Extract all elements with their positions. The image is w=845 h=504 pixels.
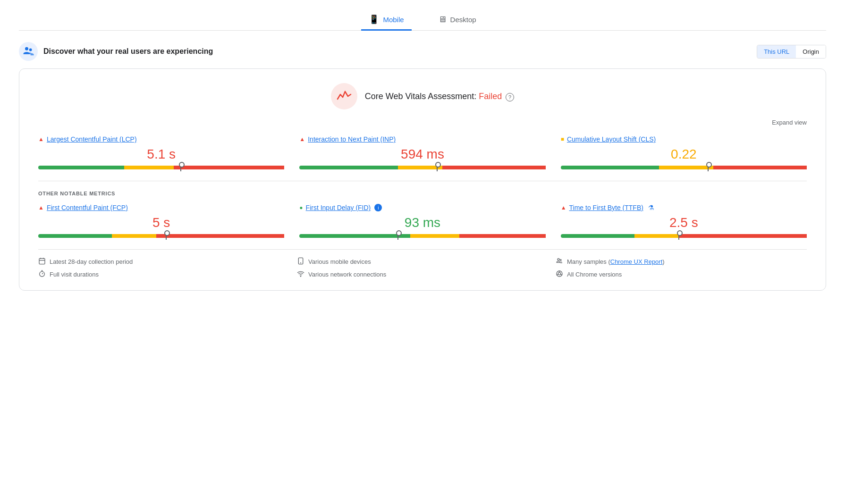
- fcp-status-icon: ▲: [38, 204, 44, 211]
- lcp-name[interactable]: Largest Contentful Paint (LCP): [47, 135, 137, 143]
- tab-desktop-label: Desktop: [450, 16, 476, 24]
- footer-chrome-versions-text: All Chrome versions: [567, 271, 622, 278]
- ttfb-bar-red: [679, 234, 807, 238]
- fid-info-icon[interactable]: i: [374, 204, 382, 211]
- tab-desktop[interactable]: 🖥 Desktop: [431, 9, 484, 31]
- fid-status-icon: ●: [299, 204, 303, 211]
- fcp-name[interactable]: First Contentful Paint (FCP): [47, 204, 128, 211]
- fid-bar-orange: [410, 234, 459, 238]
- other-metrics-label: OTHER NOTABLE METRICS: [38, 191, 807, 196]
- expand-view[interactable]: Expand view: [38, 119, 807, 126]
- footer-samples-text: Many samples (Chrome UX Report): [567, 258, 665, 265]
- svg-point-16: [558, 272, 560, 275]
- fid-name[interactable]: First Input Delay (FID): [306, 204, 371, 211]
- lcp-value: 5.1 s: [38, 147, 284, 162]
- lcp-bar: [38, 166, 284, 169]
- main-card: Core Web Vitals Assessment: Failed ? Exp…: [19, 68, 826, 291]
- fid-label-row: ● First Input Delay (FID) i: [299, 204, 545, 211]
- fid-bar-marker: [397, 232, 398, 240]
- samples-icon: [556, 257, 563, 266]
- ttfb-status-icon: ▲: [561, 204, 566, 211]
- mobile-icon: 📱: [369, 14, 379, 25]
- section-header-left: Discover what your real users are experi…: [19, 42, 213, 61]
- metric-inp: ▲ Interaction to Next Paint (INP) 594 ms: [299, 135, 545, 169]
- cls-label-row: ■ Cumulative Layout Shift (CLS): [561, 135, 807, 143]
- section-divider: [38, 181, 807, 181]
- svg-point-0: [25, 47, 28, 50]
- devices-icon: [297, 257, 304, 266]
- metric-ttfb: ▲ Time to First Byte (TTFB) ⚗ 2.5 s: [561, 204, 807, 238]
- footer-network-connections: Various network connections: [297, 270, 548, 279]
- svg-rect-3: [39, 259, 45, 264]
- fid-bar-red: [459, 234, 545, 238]
- cls-bar-green: [561, 166, 659, 169]
- section-title: Discover what your real users are experi…: [43, 47, 213, 56]
- ttfb-value: 2.5 s: [561, 215, 807, 230]
- tab-mobile[interactable]: 📱 Mobile: [361, 9, 411, 31]
- metric-fid: ● First Input Delay (FID) i 93 ms: [299, 204, 545, 238]
- fcp-bar: [38, 234, 284, 238]
- lcp-bar-green: [38, 166, 124, 169]
- inp-bar-green: [299, 166, 398, 169]
- footer-info: Latest 28-day collection period Full vis…: [38, 249, 807, 279]
- fcp-value: 5 s: [38, 215, 284, 230]
- section-header: Discover what your real users are experi…: [19, 42, 826, 61]
- cls-name[interactable]: Cumulative Layout Shift (CLS): [567, 135, 656, 143]
- lcp-status-icon: ▲: [38, 136, 44, 143]
- svg-point-1: [29, 49, 32, 51]
- fcp-label-row: ▲ First Contentful Paint (FCP): [38, 204, 284, 211]
- footer-visit-durations: Full visit durations: [38, 270, 289, 279]
- this-url-button[interactable]: This URL: [757, 45, 796, 58]
- footer-collection-period-text: Latest 28-day collection period: [50, 258, 133, 265]
- fcp-bar-marker: [166, 232, 167, 240]
- inp-value: 594 ms: [299, 147, 545, 162]
- inp-bar-marker: [437, 164, 438, 171]
- fid-bar: [299, 234, 545, 238]
- svg-point-13: [300, 276, 301, 277]
- ttfb-label-row: ▲ Time to First Byte (TTFB) ⚗: [561, 204, 807, 211]
- chrome-icon: [556, 270, 563, 279]
- lcp-label-row: ▲ Largest Contentful Paint (LCP): [38, 135, 284, 143]
- footer-col-1: Latest 28-day collection period Full vis…: [38, 257, 289, 279]
- cls-bar: [561, 166, 807, 169]
- footer-visit-durations-text: Full visit durations: [50, 271, 99, 278]
- fid-bar-green: [299, 234, 410, 238]
- page-container: 📱 Mobile 🖥 Desktop Discover what your re…: [0, 0, 845, 300]
- ttfb-flask-icon: ⚗: [648, 204, 654, 211]
- ttfb-bar-marker: [678, 232, 679, 240]
- footer-col-3: Many samples (Chrome UX Report) All Chro…: [556, 257, 807, 279]
- metric-fcp: ▲ First Contentful Paint (FCP) 5 s: [38, 204, 284, 238]
- metric-lcp: ▲ Largest Contentful Paint (LCP) 5.1 s: [38, 135, 284, 169]
- lcp-bar-orange: [124, 166, 173, 169]
- cls-bar-orange: [659, 166, 713, 169]
- cls-bar-red: [713, 166, 807, 169]
- footer-mobile-devices-text: Various mobile devices: [308, 258, 371, 265]
- fcp-bar-green: [38, 234, 112, 238]
- fcp-bar-red: [156, 234, 284, 238]
- cwv-help-icon[interactable]: ?: [506, 93, 514, 101]
- cwv-assessment-prefix: Core Web Vitals Assessment:: [365, 92, 479, 101]
- svg-point-14: [558, 259, 559, 260]
- url-origin-toggle: This URL Origin: [757, 45, 826, 59]
- desktop-icon: 🖥: [438, 15, 447, 25]
- svg-line-9: [42, 273, 43, 274]
- lcp-bar-red: [174, 166, 285, 169]
- wifi-icon: [297, 270, 304, 279]
- origin-button[interactable]: Origin: [796, 45, 826, 58]
- footer-collection-period: Latest 28-day collection period: [38, 257, 289, 266]
- cwv-icon: [331, 83, 357, 109]
- ttfb-bar: [561, 234, 807, 238]
- cwv-assessment: Core Web Vitals Assessment: Failed ?: [365, 92, 514, 101]
- ttfb-bar-green: [561, 234, 634, 238]
- calendar-icon: [38, 257, 46, 266]
- fid-value: 93 ms: [299, 215, 545, 230]
- chrome-ux-report-link[interactable]: Chrome UX Report: [610, 258, 663, 265]
- footer-network-connections-text: Various network connections: [308, 271, 386, 278]
- inp-bar-red: [442, 166, 546, 169]
- ttfb-name[interactable]: Time to First Byte (TTFB): [569, 204, 643, 211]
- footer-mobile-devices: Various mobile devices: [297, 257, 548, 266]
- inp-name[interactable]: Interaction to Next Paint (INP): [308, 135, 396, 143]
- cls-value: 0.22: [561, 147, 807, 162]
- tab-mobile-label: Mobile: [383, 16, 404, 24]
- inp-label-row: ▲ Interaction to Next Paint (INP): [299, 135, 545, 143]
